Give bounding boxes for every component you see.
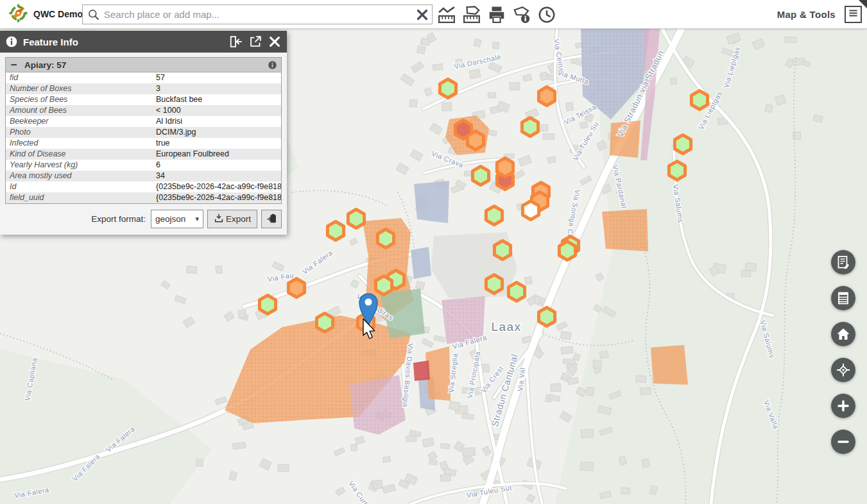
- zoom-in-icon: [836, 398, 851, 414]
- search-input[interactable]: [100, 9, 414, 20]
- feature-attribute-row: Kind of DiseaseEuropean Foulbreed: [6, 149, 281, 160]
- toolbar: [437, 0, 556, 29]
- zoom-out-icon: [836, 434, 851, 449]
- apiary-marker-green[interactable]: [327, 222, 343, 240]
- apiary-marker-green[interactable]: [691, 91, 707, 110]
- print-icon: [487, 15, 506, 26]
- apiary-marker-green[interactable]: [486, 206, 502, 225]
- detach-window-button[interactable]: [248, 35, 262, 49]
- apiary-marker-green[interactable]: [538, 308, 554, 326]
- feature-attribute-row: PhotoDCIM/3.jpg: [6, 127, 281, 138]
- apiary-marker-green[interactable]: [494, 241, 510, 260]
- attribute-key: Kind of Disease: [6, 149, 156, 160]
- panel-title: Feature Info: [23, 37, 224, 47]
- zone-bluegray: [411, 247, 431, 279]
- zoom-out-button[interactable]: [831, 430, 855, 454]
- apiary-marker-orange[interactable]: [538, 87, 554, 106]
- identify-region-icon: [512, 15, 531, 26]
- apiary-marker-green[interactable]: [375, 276, 391, 295]
- attribute-key: Area mostly used: [6, 171, 156, 181]
- feature-info-icon[interactable]: [268, 60, 277, 70]
- feature-section-title: Apiary: 57: [24, 60, 268, 70]
- app-logo: QWC Demo: [0, 3, 82, 26]
- apiary-marker-green[interactable]: [559, 242, 575, 260]
- chevron-down-icon: ▾: [195, 215, 199, 223]
- info-icon: [5, 35, 18, 48]
- apiary-marker-green[interactable]: [259, 296, 275, 314]
- export-format-value: geojson: [155, 214, 185, 224]
- measure-area-button[interactable]: [462, 5, 481, 24]
- attribute-value: < 1000: [156, 105, 281, 116]
- apiary-marker-green[interactable]: [440, 80, 456, 98]
- zone-orange: [651, 345, 688, 385]
- apiary-marker-green[interactable]: [522, 118, 538, 137]
- home-button[interactable]: [831, 322, 855, 346]
- feature-attribute-row: Amount of Bees< 1000: [6, 105, 281, 116]
- copy-to-clipboard-button[interactable]: [261, 210, 282, 228]
- attribute-value: 6: [156, 160, 281, 171]
- export-format-select[interactable]: geojson ▾: [151, 210, 203, 228]
- search-clear-icon[interactable]: [414, 6, 431, 23]
- zoom-in-button[interactable]: [831, 394, 855, 418]
- time-icon: [537, 15, 556, 26]
- attribute-table-icon: [836, 290, 851, 306]
- apiary-marker-green[interactable]: [316, 314, 332, 332]
- export-icon: [214, 213, 224, 225]
- collapse-icon[interactable]: [10, 60, 20, 70]
- dock-button[interactable]: [229, 35, 243, 49]
- attribute-key: fid: [6, 72, 156, 83]
- attribute-value: Al Idrisi: [156, 116, 281, 127]
- apiary-marker-white[interactable]: [522, 201, 538, 220]
- attribute-key: Beekeeper: [6, 116, 156, 127]
- attribute-value: European Foulbreed: [156, 149, 281, 160]
- map-controls: [831, 250, 855, 454]
- export-button[interactable]: Export: [207, 210, 257, 228]
- time-button[interactable]: [537, 5, 556, 24]
- menu-button[interactable]: [845, 6, 862, 23]
- feature-attribute-row: Species of BeesBuckfast bee: [6, 94, 281, 105]
- apiary-marker-green[interactable]: [486, 275, 502, 294]
- print-button[interactable]: [487, 5, 506, 24]
- close-button[interactable]: [268, 35, 282, 49]
- attribute-table-button[interactable]: [831, 286, 855, 310]
- attribute-value: DCIM/3.jpg: [156, 127, 281, 138]
- apiary-marker-orange[interactable]: [467, 131, 483, 150]
- town-label-laax: Laax: [491, 320, 521, 333]
- apiary-marker-orange[interactable]: [288, 279, 304, 298]
- apiary-marker-green[interactable]: [348, 210, 364, 228]
- apiary-marker-green[interactable]: [674, 135, 691, 154]
- report-button[interactable]: [831, 250, 855, 274]
- feature-section-header[interactable]: Apiary: 57: [6, 58, 281, 72]
- measure-line-button[interactable]: [437, 5, 456, 24]
- attribute-value: 57: [156, 72, 281, 83]
- home-icon: [836, 326, 851, 342]
- apiary-marker-green[interactable]: [669, 162, 685, 180]
- apiary-marker-green[interactable]: [472, 167, 488, 185]
- identify-region-button[interactable]: [512, 5, 531, 24]
- attribute-key: Id: [6, 181, 156, 192]
- attribute-value: 3: [156, 83, 281, 94]
- export-format-label: Export format:: [91, 214, 146, 224]
- clipboard-icon: [266, 213, 277, 226]
- attribute-key: Species of Bees: [6, 94, 156, 105]
- feature-attribute-row: Id{0235be9c-2026-42ac-a99c-f9e8183fc602}: [6, 181, 281, 192]
- map-tools-label: Map & Tools: [777, 9, 836, 20]
- feature-info-titlebar[interactable]: Feature Info: [0, 31, 287, 53]
- measure-area-icon: [462, 15, 481, 26]
- export-bar: Export format: geojson ▾ Export: [0, 204, 287, 235]
- apiary-marker-orange[interactable]: [497, 158, 513, 177]
- attribute-key: Yearly Harvest (kg): [6, 160, 156, 171]
- search-box[interactable]: [82, 4, 433, 24]
- attribute-key: Infected: [6, 138, 156, 149]
- feature-attribute-row: fid57: [6, 72, 281, 83]
- apiary-marker-green[interactable]: [377, 230, 393, 248]
- corner-wedge: [859, 0, 867, 8]
- feature-attribute-row: Number of Boxes3: [6, 83, 281, 94]
- attribute-key: Photo: [6, 127, 156, 138]
- locate-button[interactable]: [831, 358, 855, 382]
- search-icon: [87, 8, 100, 21]
- measure-line-icon: [437, 15, 456, 26]
- top-bar: QWC Demo Map & Tools: [0, 0, 867, 29]
- attribute-key: field_uuid: [6, 192, 156, 203]
- apiary-marker-green[interactable]: [508, 283, 524, 301]
